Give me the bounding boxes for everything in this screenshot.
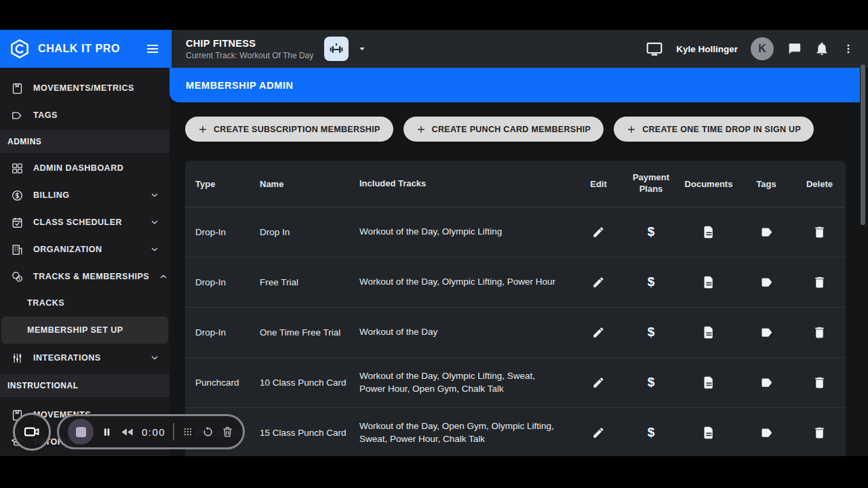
cell-included-tracks: Workout of the Day, Open Gym, Olympic Li… <box>359 420 573 446</box>
gym-logo-button[interactable] <box>324 37 349 61</box>
sidebar-item-admin-dashboard[interactable]: ADMIN DASHBOARD <box>0 155 170 182</box>
dumbbell-flame-icon <box>328 41 344 57</box>
button-label: CREATE SUBSCRIPTION MEMBERSHIP <box>214 125 380 134</box>
recorder-rewind-button[interactable] <box>120 425 134 439</box>
payment-plans-icon[interactable]: $ <box>648 424 655 441</box>
recorder-toolbar: 0:00 <box>57 414 245 449</box>
document-icon[interactable] <box>702 225 716 239</box>
sidebar-item-tracks[interactable]: TRACKS <box>0 290 170 316</box>
column-header-name: Name <box>260 179 359 189</box>
user-name: Kyle Hollinger <box>676 44 738 54</box>
payment-plans-icon[interactable]: $ <box>648 324 655 341</box>
recorder-delete-button[interactable] <box>221 426 234 439</box>
column-header-delete: Delete <box>793 179 846 189</box>
document-icon[interactable] <box>702 426 716 440</box>
cell-included-tracks: Workout of the Day, Olympic Lifting <box>359 226 573 239</box>
document-icon[interactable] <box>702 325 716 340</box>
edit-pencil-icon[interactable] <box>592 376 605 389</box>
plus-icon <box>198 125 208 134</box>
recorder-stop-button[interactable] <box>68 419 94 445</box>
create-subscription-membership-button[interactable]: CREATE SUBSCRIPTION MEMBERSHIP <box>185 117 393 142</box>
sidebar-item-movements-metrics[interactable]: MOVEMENTS/METRICS <box>0 75 170 102</box>
bell-icon[interactable] <box>814 41 829 56</box>
tag-label-icon[interactable] <box>760 325 774 340</box>
recorder-camera-button[interactable] <box>13 413 51 451</box>
tag-label-icon[interactable] <box>760 225 774 239</box>
recorder-restart-button[interactable] <box>201 426 214 438</box>
edit-pencil-icon[interactable] <box>592 326 605 339</box>
kebab-menu-icon[interactable] <box>842 43 854 55</box>
trash-icon[interactable] <box>812 275 827 289</box>
cell-name: 10 Class Punch Card <box>260 378 359 388</box>
sidebar-item-integrations[interactable]: INTEGRATIONS <box>0 344 170 371</box>
tag-label-icon[interactable] <box>760 375 774 390</box>
dashboard-icon <box>9 162 24 175</box>
column-header-edit: Edit <box>573 179 624 189</box>
trash-icon[interactable] <box>812 325 827 340</box>
avatar[interactable]: K <box>751 37 774 60</box>
table-row: Drop-In Free Trial Workout of the Day, O… <box>185 258 846 308</box>
sidebar-item-class-scheduler[interactable]: CLASS SCHEDULER <box>0 209 170 236</box>
sidebar-item-membership-set-up[interactable]: MEMBERSHIP SET UP <box>1 317 168 344</box>
calendar-icon <box>9 216 24 229</box>
create-punch-card-membership-button[interactable]: CREATE PUNCH CARD MEMBERSHIP <box>403 117 604 142</box>
sidebar-item-label: INTEGRATIONS <box>33 353 140 363</box>
sidebar-section-instructional: INSTRUCTIONAL <box>0 374 170 397</box>
main-area: CHIP FITNESS Current Track: Workout Of T… <box>170 30 868 456</box>
payment-plans-icon[interactable]: $ <box>648 374 655 391</box>
cell-name: One Time Free Trial <box>260 327 359 338</box>
document-icon[interactable] <box>702 275 716 289</box>
column-header-type: Type <box>185 179 260 189</box>
payment-plans-icon[interactable]: $ <box>648 224 655 241</box>
cell-name: Drop In <box>260 227 359 237</box>
create-one-time-drop-in-button[interactable]: CREATE ONE TIME DROP IN SIGN UP <box>614 117 814 142</box>
hamburger-menu-icon[interactable] <box>145 41 160 56</box>
sidebar-item-tracks-memberships[interactable]: TRACKS & MEMBERSHIPS <box>0 263 170 290</box>
sidebar-item-tags[interactable]: TAGS <box>0 102 170 129</box>
document-icon[interactable] <box>702 375 716 390</box>
chevron-down-icon <box>149 217 160 228</box>
column-header-documents: Documents <box>678 179 739 189</box>
building-icon <box>9 243 24 256</box>
edit-pencil-icon[interactable] <box>592 276 605 289</box>
app-window: CHALK IT PRO MOVEMENTS/METRICS TAGS ADMI… <box>0 30 868 456</box>
chalk-it-pro-logo-icon <box>9 39 30 59</box>
trash-icon[interactable] <box>812 426 827 440</box>
table-header-row: Type Name Included Tracks Edit Payment P… <box>185 161 846 207</box>
edit-pencil-icon[interactable] <box>592 226 605 239</box>
table-row: Drop-In One Time Free Trial Workout of t… <box>185 308 846 358</box>
monitor-icon[interactable] <box>646 40 663 58</box>
column-header-payment-plans: Payment Plans <box>624 172 678 195</box>
recorder-drag-handle[interactable] <box>182 426 194 438</box>
top-right-cluster: Kyle Hollinger K <box>646 37 868 60</box>
chevron-down-icon <box>149 352 160 363</box>
edit-pencil-icon[interactable] <box>592 426 605 439</box>
drag-dots-icon <box>182 426 194 438</box>
book-icon <box>9 82 24 95</box>
table-row: Punchcard 10 Class Punch Card Workout of… <box>185 358 846 408</box>
rewind-icon <box>120 425 134 439</box>
payment-plans-icon[interactable]: $ <box>648 274 655 291</box>
tag-label-icon[interactable] <box>760 275 774 289</box>
tag-label-icon[interactable] <box>760 426 774 440</box>
pause-icon <box>101 426 113 438</box>
cell-type: Drop-In <box>185 277 260 287</box>
vertical-scrollbar-thumb[interactable] <box>861 64 865 225</box>
button-label: CREATE ONE TIME DROP IN SIGN UP <box>642 125 801 134</box>
sidebar-item-organization[interactable]: ORGANIZATION <box>0 236 170 263</box>
trash-icon[interactable] <box>812 225 827 239</box>
table-row: Punchcard 15 Class Punch Card Workout of… <box>185 408 846 456</box>
chat-icon[interactable] <box>787 41 802 56</box>
cell-type: Drop-In <box>185 327 260 338</box>
cell-included-tracks: Workout of the Day, Olympic Lifting, Pow… <box>359 276 573 289</box>
page-title-banner: MEMBERSHIP ADMIN <box>170 68 860 102</box>
plus-icon <box>627 125 636 134</box>
caret-down-icon <box>356 43 368 55</box>
trash-icon[interactable] <box>812 375 827 390</box>
sidebar-item-billing[interactable]: BILLING <box>0 182 170 209</box>
restart-icon <box>201 426 214 438</box>
sidebar: CHALK IT PRO MOVEMENTS/METRICS TAGS ADMI… <box>0 30 170 456</box>
recorder-pause-button[interactable] <box>101 426 113 438</box>
gym-switcher-caret[interactable] <box>356 43 368 55</box>
video-camera-icon <box>23 423 41 441</box>
